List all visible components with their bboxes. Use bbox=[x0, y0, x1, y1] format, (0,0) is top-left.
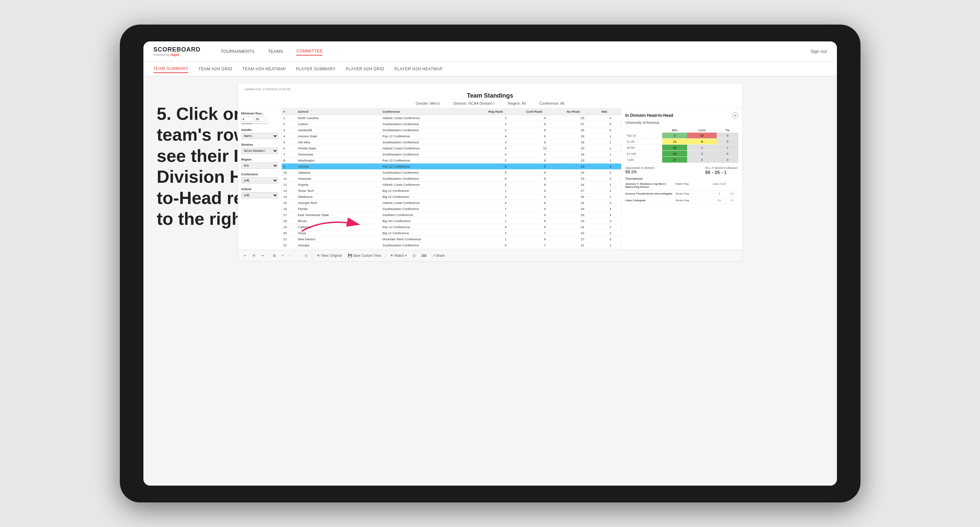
h2h-panel: In Division Head-to-Head ✕ University of… bbox=[621, 108, 742, 250]
table-row[interactable]: 9 Arizona Pac-12 Conference 5 8 23 3 bbox=[282, 163, 621, 170]
cell-school: Florida State bbox=[296, 145, 381, 151]
h2h-row-51-100[interactable]: 51-100 20 3 0 bbox=[625, 151, 738, 157]
cell-conf-rank: 7 bbox=[525, 242, 565, 248]
toolbar-view-original[interactable]: 👁 View: Original bbox=[315, 253, 344, 258]
cell-rank: 13 bbox=[282, 188, 296, 194]
toolbar-save-custom[interactable]: 💾 Save Custom View bbox=[346, 253, 383, 258]
conference-label: Conference bbox=[241, 173, 278, 176]
th-reg-rank: Reg Rank bbox=[487, 108, 525, 115]
sub-nav-team-h2h-heatmap[interactable]: TEAM H2H HEATMAP bbox=[242, 65, 286, 73]
toolbar-undo[interactable]: ↩ bbox=[242, 253, 248, 258]
cell-win: 3 bbox=[600, 170, 621, 176]
h2h-header-row: Win Loss Tie bbox=[625, 128, 738, 133]
cell-school: Ole Miss bbox=[296, 139, 381, 145]
school-select[interactable]: (All) bbox=[241, 192, 278, 198]
conference-select[interactable]: (All) bbox=[241, 177, 278, 183]
h2h-th-win: Win bbox=[662, 128, 687, 133]
nav-tournaments[interactable]: TOURNAMENTS bbox=[221, 48, 255, 55]
cell-win: 2 bbox=[600, 230, 621, 236]
cell-rank: 20 bbox=[282, 230, 296, 236]
cell-rank: 7 bbox=[282, 151, 296, 157]
table-row[interactable]: 7 Tennessee Southeastern Conference 4 6 … bbox=[282, 151, 621, 157]
cell-reg-rank: 4 bbox=[487, 224, 525, 230]
toolbar-share[interactable]: ↗ Share bbox=[431, 253, 446, 258]
toolbar-dash[interactable]: – bbox=[288, 253, 293, 258]
table-row[interactable]: 8 Washington Pac-12 Conference 2 8 23 1 bbox=[282, 157, 621, 163]
gender-select[interactable]: Men's bbox=[241, 133, 278, 139]
h2h-row-26-50[interactable]: 26-50 25 2 1 bbox=[625, 145, 738, 151]
table-row[interactable]: 5 Ole Miss Southeastern Conference 3 6 1… bbox=[282, 139, 621, 145]
cell-rank: 22 bbox=[282, 242, 296, 248]
cell-no-rnds: 20 bbox=[565, 145, 600, 151]
max-rounds-input[interactable] bbox=[255, 116, 266, 122]
nav-teams[interactable]: TEAMS bbox=[268, 48, 283, 55]
toolbar-grid[interactable]: ⊞ bbox=[271, 253, 277, 258]
tourn-3-name: Cabo Collegiate bbox=[625, 199, 676, 202]
h2h-opponents-pct-value: 99.1% bbox=[625, 170, 655, 174]
h2h-row-11-25[interactable]: 11-25 11 8 0 bbox=[625, 139, 738, 145]
toolbar-plus[interactable]: + bbox=[280, 253, 285, 258]
cell-win: 4 bbox=[600, 115, 621, 121]
tablet-frame: SCOREBOARD Powered by clippd TOURNAMENTS… bbox=[120, 25, 861, 502]
cell-reg-rank: 9 bbox=[487, 248, 525, 250]
min-rounds-input[interactable] bbox=[241, 116, 253, 122]
cell-reg-rank: 6 bbox=[487, 176, 525, 182]
sub-nav: TEAM SUMMARY TEAM H2H GRID TEAM H2H HEAT… bbox=[143, 62, 837, 76]
toolbar-expand[interactable]: ⊡ bbox=[411, 253, 417, 258]
tourn-2-score: -17 bbox=[725, 192, 738, 195]
gender-filter: Gender: Men's bbox=[416, 101, 440, 105]
h2h-loss-26-50: 2 bbox=[687, 145, 717, 151]
table-row[interactable]: 3 Vanderbilt Southeastern Conference 2 8… bbox=[282, 127, 621, 133]
cell-conf-rank: 9 bbox=[525, 115, 565, 121]
h2h-row-top10[interactable]: Top 10 3 13 0 bbox=[625, 133, 738, 139]
tourn-2-pos: 1 bbox=[713, 192, 725, 195]
table-row[interactable]: 6 Florida State Atlantic Coast Conferenc… bbox=[282, 145, 621, 151]
sub-nav-player-h2h-grid[interactable]: PLAYER H2H GRID bbox=[346, 65, 385, 73]
cell-conf-rank: 9 bbox=[525, 206, 565, 212]
table-row[interactable]: 14 Oklahoma Big 12 Conference 3 8 26 2 bbox=[282, 194, 621, 200]
cell-school: Auburn bbox=[296, 121, 381, 127]
tourn-3-score: 17 bbox=[725, 199, 738, 202]
sub-nav-team-summary[interactable]: TEAM SUMMARY bbox=[154, 65, 189, 73]
toolbar-sep-3 bbox=[385, 253, 386, 259]
cell-reg-rank: 5 bbox=[487, 170, 525, 176]
h2h-label-11-25: 11-25 bbox=[625, 139, 662, 145]
cell-win: 3 bbox=[600, 218, 621, 224]
h2h-header: In Division Head-to-Head ✕ bbox=[625, 113, 738, 119]
toolbar-redo[interactable]: ⟳ bbox=[251, 253, 257, 258]
cell-conference: Southern Conference bbox=[381, 212, 487, 218]
table-row[interactable]: 13 Texas Tech Big 12 Conference 1 9 27 2 bbox=[282, 188, 621, 194]
division-select[interactable]: NCAA Division I bbox=[241, 148, 278, 154]
cell-conf-rank: 8 bbox=[525, 200, 565, 206]
toolbar-forward[interactable]: ↪ bbox=[259, 253, 266, 258]
sub-nav-player-summary[interactable]: PLAYER SUMMARY bbox=[296, 65, 336, 73]
table-row[interactable]: 2 Auburn Southeastern Conference 1 9 27 … bbox=[282, 121, 621, 127]
table-row[interactable]: 10 Alabama Southeastern Conference 5 8 2… bbox=[282, 170, 621, 176]
h2h-close-button[interactable]: ✕ bbox=[732, 113, 738, 119]
region-select[interactable]: N/A bbox=[241, 162, 278, 168]
sub-nav-player-h2h-heatmap[interactable]: PLAYER H2H HEATMAP bbox=[395, 65, 443, 73]
th-school: School bbox=[296, 108, 381, 115]
cell-conference: Southeastern Conference bbox=[381, 151, 487, 157]
toolbar-watch[interactable]: 👁 Watch ▾ bbox=[388, 253, 408, 258]
toolbar-clock[interactable]: ◷ bbox=[303, 253, 309, 258]
h2h-opponents-row: Opponents in division: 99.1% W-L-T recor… bbox=[625, 166, 738, 175]
min-rounds-slider[interactable] bbox=[241, 123, 268, 124]
table-row[interactable]: 23 Texas A&M Southeastern Conference 9 1… bbox=[282, 248, 621, 250]
sub-nav-team-h2h-grid[interactable]: TEAM H2H GRID bbox=[198, 65, 232, 73]
table-row[interactable]: 22 Georgia Southeastern Conference 8 7 2… bbox=[282, 242, 621, 248]
toolbar-dot[interactable]: · bbox=[296, 253, 300, 258]
cell-conf-rank: 9 bbox=[525, 188, 565, 194]
table-row[interactable]: 15 Georgia Tech Atlantic Coast Conferenc… bbox=[282, 200, 621, 206]
h2h-row-100plus[interactable]: >100 27 0 0 bbox=[625, 157, 738, 163]
cell-win: 1 bbox=[600, 248, 621, 250]
nav-committee[interactable]: COMMITTEE bbox=[296, 47, 323, 56]
toolbar-keyboard[interactable]: ⌨ bbox=[420, 253, 428, 258]
cell-rank: 8 bbox=[282, 157, 296, 163]
table-row[interactable]: 11 Arkansas Southeastern Conference 6 8 … bbox=[282, 176, 621, 182]
table-row[interactable]: 12 Virginia Atlantic Coast Conference 3 … bbox=[282, 182, 621, 188]
table-row[interactable]: 4 Arizona State Pac-12 Conference 4 6 26… bbox=[282, 133, 621, 139]
sign-out-link[interactable]: Sign out bbox=[811, 49, 827, 54]
table-row[interactable]: 1 North Carolina Atlantic Coast Conferen… bbox=[282, 115, 621, 121]
conference-filter: Conference: All bbox=[539, 101, 565, 105]
